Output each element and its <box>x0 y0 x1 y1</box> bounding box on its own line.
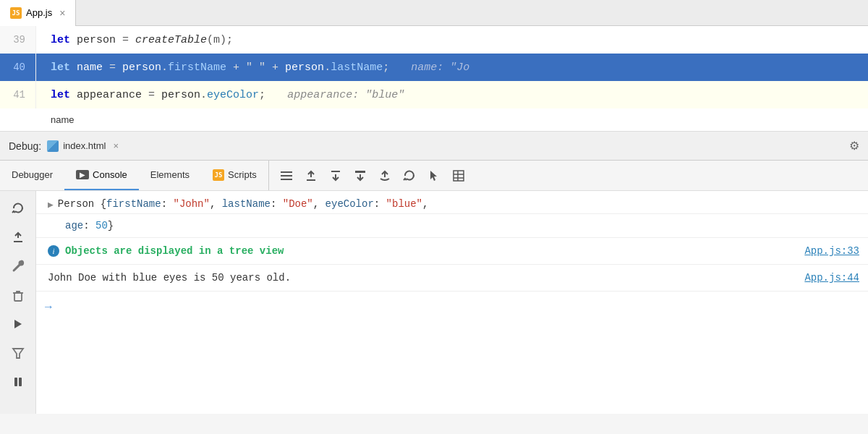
console-input-row: → <box>36 292 868 323</box>
grid-icon[interactable] <box>447 164 470 187</box>
devtools-toolbar: Debugger ▶ Console Elements JS Scripts <box>0 161 868 191</box>
toolbar-action-icons <box>269 161 476 190</box>
id-person-40b: person <box>285 61 324 74</box>
punct-eq: = <box>122 34 135 46</box>
sidebar-play-icon[interactable] <box>5 311 31 337</box>
tab-scripts[interactable]: JS Scripts <box>201 161 268 190</box>
resume-icon[interactable] <box>373 164 396 187</box>
line-content-40: let name = person . firstName + " " + pe… <box>36 54 868 81</box>
inline-comment-41: appearance: "blue" <box>287 89 404 101</box>
sidebar-step-over-icon[interactable] <box>5 224 31 250</box>
tab-console[interactable]: ▶ Console <box>64 161 139 190</box>
svg-rect-15 <box>14 378 17 386</box>
console-prompt-arrow: → <box>45 301 52 314</box>
punct-semi-41: ; <box>259 89 265 101</box>
prop-firstName: firstName <box>168 61 226 74</box>
sidebar-wrench-icon[interactable] <box>5 253 31 279</box>
code-line-39: 39 let person = createTable (m); <box>0 26 868 54</box>
svg-rect-5 <box>355 171 365 173</box>
punct-dot-40a: . <box>161 61 168 74</box>
console-row-indent: age: 50} <box>36 214 868 238</box>
svg-marker-13 <box>14 320 22 328</box>
identifier-person: person <box>77 34 122 46</box>
list-icon[interactable] <box>275 164 298 187</box>
svg-rect-6 <box>454 171 464 181</box>
id-person-40: person <box>122 61 161 74</box>
svg-rect-11 <box>14 293 22 301</box>
console-indent-text: age: 50} <box>65 220 114 231</box>
reload-icon[interactable] <box>398 164 421 187</box>
console-row-info: i Objects are displayed in a tree view A… <box>36 238 868 265</box>
punct-eq-41: = <box>148 89 161 101</box>
main-layout: ▶ Person {firstName: "John", lastName: "… <box>0 191 868 414</box>
tab-elements[interactable]: Elements <box>139 161 201 190</box>
kw-let-41: let <box>51 89 77 101</box>
sidebar-filter-icon[interactable] <box>5 340 31 366</box>
tab-console-label: Console <box>93 169 127 180</box>
line-content-39: let person = createTable (m); <box>36 26 868 54</box>
step-out-icon[interactable] <box>349 164 372 187</box>
punct-dot-41: . <box>200 89 207 101</box>
tab-debugger-label: Debugger <box>12 169 53 180</box>
sidebar-trash-icon[interactable] <box>5 282 31 308</box>
line-number-39: 39 <box>0 26 36 54</box>
svg-rect-0 <box>281 171 292 173</box>
debug-filename: index.html <box>63 140 106 151</box>
gear-icon[interactable]: ⚙ <box>849 139 859 153</box>
console-output: ▶ Person {firstName: "John", lastName: "… <box>36 191 868 414</box>
line-content-41: let appearance = person . eyeColor ; app… <box>36 81 868 109</box>
step-over-up-icon[interactable] <box>299 164 323 187</box>
kw-let-40: let <box>51 61 77 74</box>
toolbar-tabs: Debugger ▶ Console Elements JS Scripts <box>0 161 269 190</box>
svg-rect-2 <box>281 179 292 180</box>
debug-label: Debug: <box>9 140 41 152</box>
step-into-down-icon[interactable] <box>324 164 347 187</box>
log-link[interactable]: App.js:44 <box>804 272 859 284</box>
sidebar-resume-icon[interactable] <box>5 195 31 221</box>
svg-rect-16 <box>19 378 22 386</box>
punct-semi-40: ; <box>383 61 389 74</box>
info-text: Objects are displayed in a tree view <box>65 245 284 257</box>
id-person-41: person <box>161 89 200 101</box>
scripts-js-icon: JS <box>213 169 224 181</box>
console-row-log: John Doe with blue eyes is 50 years old.… <box>36 265 868 292</box>
info-circle-icon: i <box>48 245 59 257</box>
line-number-41: 41 <box>0 81 36 109</box>
tab-close-button[interactable]: × <box>59 7 65 19</box>
id-name-40: name <box>77 61 109 74</box>
tab-scripts-label: Scripts <box>228 169 257 180</box>
punct-plus-40: + " " + <box>226 61 285 74</box>
editor-tab-appjs[interactable]: JS App.js × <box>0 0 76 26</box>
prop-eyeColor: eyeColor <box>207 89 259 101</box>
code-line-40: 40 let name = person . firstName + " " +… <box>0 54 868 81</box>
debug-tab-close[interactable]: × <box>113 140 119 151</box>
js-file-icon: JS <box>10 7 22 19</box>
info-link[interactable]: App.js:33 <box>804 245 859 257</box>
html-file-icon <box>47 140 59 152</box>
console-row-object: ▶ Person {firstName: "John", lastName: "… <box>36 191 868 214</box>
sidebar-pause-icon[interactable] <box>5 369 31 395</box>
hover-tooltip: name <box>0 109 868 132</box>
punct-paren: (m); <box>207 34 233 46</box>
line-number-40: 40 <box>0 54 36 81</box>
log-text: John Doe with blue eyes is 50 years old. <box>48 272 291 284</box>
keyword-let: let <box>51 34 77 46</box>
svg-rect-1 <box>281 175 292 176</box>
svg-marker-14 <box>13 349 23 358</box>
expand-arrow[interactable]: ▶ <box>48 198 54 210</box>
inline-comment-40: name: "Jo <box>411 61 469 74</box>
console-object-text: Person {firstName: "John", lastName: "Do… <box>58 198 429 210</box>
id-appearance: appearance <box>77 89 148 101</box>
left-sidebar <box>0 191 36 414</box>
hover-label: name <box>51 114 75 125</box>
punct-dot-40b: . <box>324 61 331 74</box>
editor-tab-bar: JS App.js × <box>0 0 868 26</box>
code-editor: 39 let person = createTable (m); 40 let … <box>0 26 868 109</box>
tab-debugger[interactable]: Debugger <box>0 161 64 190</box>
debug-bar: Debug: index.html × ⚙ <box>0 132 868 161</box>
code-line-41: 41 let appearance = person . eyeColor ; … <box>0 81 868 109</box>
tab-elements-label: Elements <box>150 169 190 180</box>
console-arrow-icon: ▶ <box>76 170 89 179</box>
debug-file-tab[interactable]: index.html × <box>47 140 119 152</box>
cursor-icon[interactable] <box>422 164 446 187</box>
